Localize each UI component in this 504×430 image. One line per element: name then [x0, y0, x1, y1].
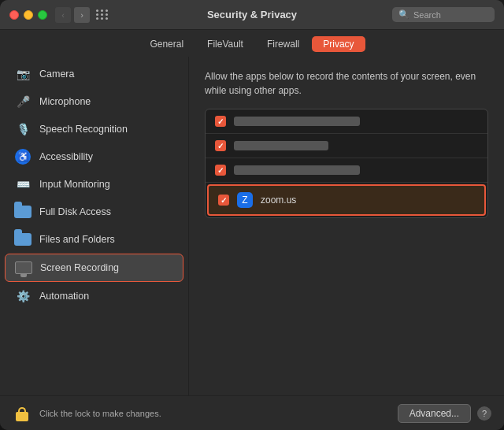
- app-checkbox-zoom[interactable]: [218, 195, 229, 206]
- bottom-bar: Click the lock to make changes. Advanced…: [0, 395, 504, 430]
- camera-icon: [14, 65, 32, 83]
- search-input[interactable]: [413, 10, 488, 20]
- sidebar-item-speech-recognition[interactable]: Speech Recognition: [5, 116, 183, 143]
- app-item-3: [206, 158, 487, 183]
- tab-firewall[interactable]: Firewall: [256, 36, 310, 52]
- apps-grid-icon: [96, 9, 109, 20]
- mic-icon: [14, 93, 32, 110]
- nav-buttons: ‹ ›: [55, 7, 90, 23]
- accessibility-icon: [14, 148, 32, 165]
- tab-filevault[interactable]: FileVault: [196, 36, 254, 52]
- sidebar-label-input: Input Monitoring: [39, 179, 110, 190]
- app-checkbox-1[interactable]: [215, 116, 226, 127]
- sidebar-item-microphone[interactable]: Microphone: [5, 88, 183, 115]
- back-button[interactable]: ‹: [55, 7, 71, 23]
- window-title: Security & Privacy: [207, 9, 297, 20]
- disk-icon: [14, 203, 32, 221]
- sidebar-item-full-disk-access[interactable]: Full Disk Access: [5, 198, 183, 225]
- app-name-bar-1: [234, 117, 360, 126]
- help-button[interactable]: ?: [477, 406, 491, 421]
- sidebar-label-accessibility: Accessibility: [39, 151, 93, 162]
- sidebar-label-automation: Automation: [39, 291, 89, 302]
- forward-button[interactable]: ›: [74, 7, 90, 23]
- speech-icon: [14, 120, 32, 138]
- search-box[interactable]: 🔍: [392, 7, 495, 22]
- titlebar: ‹ › Security & Privacy 🔍: [0, 0, 504, 30]
- app-name-bar-2: [234, 141, 328, 150]
- right-panel: Allow the apps below to record the conte…: [189, 57, 504, 395]
- tab-general[interactable]: General: [139, 36, 195, 52]
- zoom-icon: Z: [237, 192, 253, 208]
- sidebar-label-speech: Speech Recognition: [39, 124, 128, 135]
- sidebar-item-camera[interactable]: Camera: [5, 61, 183, 87]
- gear-icon: [14, 287, 32, 305]
- sidebar-item-input-monitoring[interactable]: Input Monitoring: [5, 171, 183, 198]
- zoom-label: zoom.us: [261, 195, 296, 206]
- app-name-bar-3: [234, 165, 360, 175]
- main-content: Camera Microphone Speech Recognition Acc…: [0, 57, 504, 395]
- traffic-lights: [9, 10, 47, 20]
- lock-icon[interactable]: [13, 402, 32, 424]
- advanced-button[interactable]: Advanced...: [398, 404, 471, 423]
- screen-icon: [15, 259, 32, 276]
- sidebar-item-accessibility[interactable]: Accessibility: [5, 143, 183, 170]
- sidebar: Camera Microphone Speech Recognition Acc…: [0, 57, 189, 395]
- input-icon: [14, 176, 32, 193]
- sidebar-label-disk: Full Disk Access: [39, 206, 111, 217]
- sidebar-label-microphone: Microphone: [39, 96, 91, 107]
- main-window: ‹ › Security & Privacy 🔍 General FileVau…: [0, 0, 504, 430]
- app-item-1: [206, 109, 487, 134]
- sidebar-label-files: Files and Folders: [39, 234, 115, 245]
- app-checkbox-3[interactable]: [215, 165, 226, 176]
- folder-icon: [14, 231, 32, 248]
- tabbar: General FileVault Firewall Privacy: [0, 30, 504, 57]
- minimize-button[interactable]: [24, 10, 33, 20]
- app-list: Z zoom.us: [205, 109, 488, 218]
- maximize-button[interactable]: [38, 10, 47, 20]
- sidebar-item-automation[interactable]: Automation: [5, 283, 183, 310]
- app-item-2: [206, 134, 487, 158]
- close-button[interactable]: [9, 10, 19, 20]
- search-icon: 🔍: [398, 9, 410, 20]
- lock-text: Click the lock to make changes.: [39, 409, 161, 418]
- lock-body: [16, 412, 28, 421]
- panel-description: Allow the apps below to record the conte…: [205, 69, 488, 98]
- sidebar-item-screen-recording[interactable]: Screen Recording: [5, 254, 183, 282]
- sidebar-label-camera: Camera: [39, 69, 74, 80]
- app-item-zoom: Z zoom.us: [207, 184, 486, 216]
- sidebar-label-screen: Screen Recording: [40, 262, 119, 273]
- sidebar-item-files-and-folders[interactable]: Files and Folders: [5, 226, 183, 253]
- app-checkbox-2[interactable]: [215, 140, 226, 151]
- tab-privacy[interactable]: Privacy: [312, 36, 365, 52]
- apps-button[interactable]: [94, 7, 110, 23]
